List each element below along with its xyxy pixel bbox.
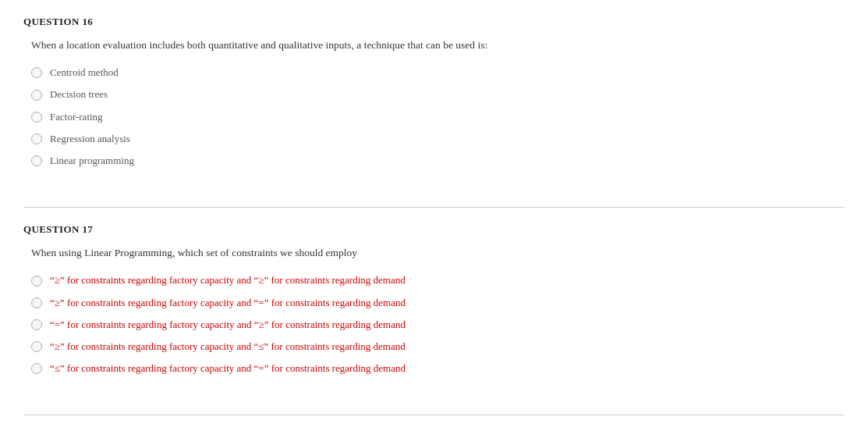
radio-q16b[interactable]	[31, 90, 42, 101]
option-q16d-label: Regression analysis	[50, 132, 130, 146]
list-item[interactable]: “=” for constraints regarding factory ca…	[31, 318, 845, 332]
question-17-options: “≥” for constraints regarding factory ca…	[31, 273, 845, 376]
list-item[interactable]: Decision trees	[31, 87, 845, 101]
list-item[interactable]: Linear programming	[31, 154, 845, 168]
radio-q16c[interactable]	[31, 112, 42, 123]
option-q17b-label: “≥” for constraints regarding factory ca…	[50, 296, 406, 310]
question-17-label: QUESTION 17	[23, 223, 845, 236]
list-item[interactable]: “≥” for constraints regarding factory ca…	[31, 340, 845, 354]
option-q17a-label: “≥” for constraints regarding factory ca…	[50, 273, 406, 287]
list-item[interactable]: “≥” for constraints regarding factory ca…	[31, 296, 845, 310]
option-q16a-label: Centroid method	[50, 66, 119, 80]
question-17-text: When using Linear Programming, which set…	[31, 245, 845, 261]
option-q17d-label: “≥” for constraints regarding factory ca…	[50, 340, 406, 354]
list-item[interactable]: “≥” for constraints regarding factory ca…	[31, 273, 845, 287]
radio-q16d[interactable]	[31, 134, 42, 144]
list-item[interactable]: Factor-rating	[31, 110, 845, 124]
question-17-block: QUESTION 17 When using Linear Programmin…	[23, 223, 845, 399]
option-q17c-label: “=” for constraints regarding factory ca…	[50, 318, 406, 332]
list-item[interactable]: “≤” for constraints regarding factory ca…	[31, 361, 845, 376]
radio-q17d[interactable]	[31, 341, 42, 352]
option-q16c-label: Factor-rating	[50, 110, 103, 124]
question-16-text: When a location evaluation includes both…	[31, 37, 845, 53]
radio-q17a[interactable]	[31, 276, 42, 287]
radio-q17e[interactable]	[31, 363, 42, 374]
page-container: QUESTION 16 When a location evaluation i…	[0, 0, 868, 445]
option-q16e-label: Linear programming	[50, 154, 134, 168]
radio-q17b[interactable]	[31, 297, 42, 308]
option-q16b-label: Decision trees	[50, 87, 108, 101]
radio-q16a[interactable]	[31, 67, 42, 78]
list-item[interactable]: Regression analysis	[31, 132, 845, 146]
question-16-label: QUESTION 16	[23, 16, 845, 28]
option-q17e-label: “≤” for constraints regarding factory ca…	[50, 361, 406, 376]
divider-2	[23, 415, 845, 415]
question-16-options: Centroid method Decision trees Factor-ra…	[31, 66, 845, 168]
list-item[interactable]: Centroid method	[31, 66, 845, 80]
divider-1	[23, 207, 845, 208]
question-16-block: QUESTION 16 When a location evaluation i…	[23, 16, 845, 191]
radio-q16e[interactable]	[31, 155, 42, 166]
radio-q17c[interactable]	[31, 319, 42, 330]
